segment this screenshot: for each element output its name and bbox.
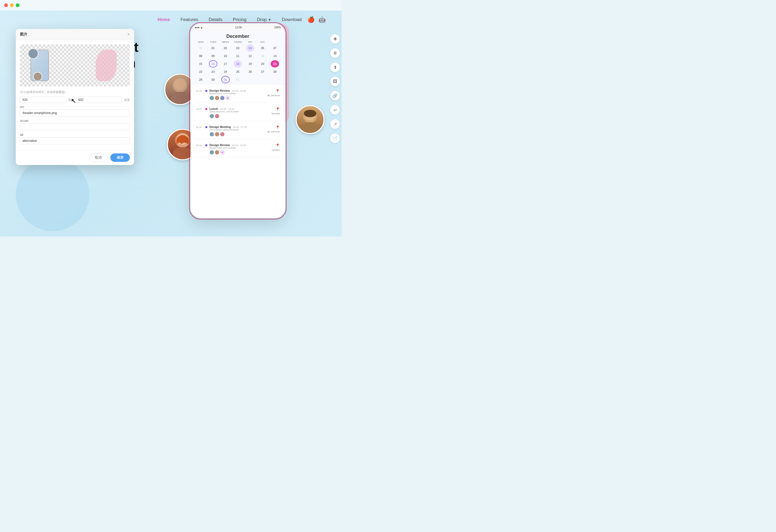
tool-plus[interactable]: ✚ xyxy=(330,34,340,44)
dialog-srcset-input[interactable] xyxy=(20,123,130,130)
event-info-2: Lunch · 12:20 - 13:20 Detra Mcmunn, Ami … xyxy=(209,107,269,118)
cal-day-27: 27 xyxy=(258,68,267,75)
close-button[interactable] xyxy=(4,3,8,7)
event-location-4: Location xyxy=(272,149,280,151)
cal-day-14: 14 xyxy=(271,52,279,60)
dialog-title: 图片 xyxy=(20,32,27,37)
event-design-meeting: 16:15 Design Meeting · 16:15 - 17:10 Ami… xyxy=(194,123,282,139)
nav-details[interactable]: Details xyxy=(209,17,222,22)
calendar-section: December MON TUES WEDS THURS FRI SAT 30 … xyxy=(191,31,285,85)
event-info-1: Design Review · 10:15 - 11:45 Bryant For… xyxy=(209,89,265,100)
event-info-3: Design Meeting · 16:15 - 17:10 Ami Koehl… xyxy=(209,125,265,137)
dialog-body: 大小(如果存在样式，此值将被覆盖) 宽度 高度 src srcset alt xyxy=(16,40,134,150)
dialog-alt-input[interactable] xyxy=(20,138,130,144)
preview-pink-blob xyxy=(95,50,117,81)
tool-monitor[interactable]: 🖥 xyxy=(330,48,340,58)
dialog-height-input[interactable] xyxy=(76,97,122,103)
event-time-3: 16:15 xyxy=(196,125,203,128)
cal-day-03: 03 xyxy=(234,44,242,52)
avatar-2-1 xyxy=(209,114,214,118)
location-pin-icon-3: 📍 xyxy=(275,125,280,129)
window-chrome xyxy=(0,0,342,10)
event-time-4: 10:15 xyxy=(196,144,203,147)
nav-home[interactable]: Home xyxy=(158,17,170,22)
svg-point-1 xyxy=(171,92,189,104)
maximize-button[interactable] xyxy=(16,3,19,7)
dialog-width-input[interactable] xyxy=(20,97,66,103)
calendar-days-header: MON TUES WEDS THURS FRI SAT xyxy=(195,41,281,43)
dialog-save-button[interactable]: 保存 xyxy=(111,154,130,162)
event-people-3: Ami Koehler, Detra Mcmunn xyxy=(209,128,265,131)
tool-share[interactable]: ↗ xyxy=(330,119,340,129)
dialog-height-label: 高度 xyxy=(124,98,130,102)
avatar-3-1 xyxy=(209,132,214,137)
svg-point-4 xyxy=(301,122,319,133)
phone-frame: ●●● ▲ 12:00 100% December MON TUES WEDS … xyxy=(191,24,285,218)
dialog-cancel-button[interactable]: 取消 xyxy=(89,154,107,162)
tool-upload[interactable]: ⬆ xyxy=(330,62,340,72)
image-dialog: 图片 × 大小(如果存在样式，此值将被覆盖) 宽度 高度 src srcset xyxy=(16,29,134,165)
event-avatars-1: +2 xyxy=(209,96,265,100)
event-avatars-3 xyxy=(209,132,265,137)
event-dot-4 xyxy=(205,144,207,146)
tool-share-alt[interactable]: ↩ xyxy=(330,105,340,114)
tool-file[interactable]: 📄 xyxy=(330,134,340,143)
cal-day-12: 12 xyxy=(246,52,254,60)
event-dot-3 xyxy=(205,126,207,128)
event-info-4: Design Review · 10:15 - 11:45 Bryant For… xyxy=(209,144,270,155)
avatar-man xyxy=(296,105,325,134)
apple-icon[interactable]: 🍎 xyxy=(307,16,315,24)
cal-day-28: 28 xyxy=(271,68,279,75)
dialog-src-input[interactable] xyxy=(20,109,130,116)
nav-drop[interactable]: Drop ▼ xyxy=(257,17,271,22)
nav-download[interactable]: Download xyxy=(282,17,302,22)
cal-day-07: 07 xyxy=(271,44,279,52)
cal-day-22: 22 xyxy=(197,68,205,75)
cal-day-01-next: 01 xyxy=(234,76,242,83)
location-pin-icon-2: 📍 xyxy=(275,107,280,111)
day-mon: MON xyxy=(195,41,207,43)
cursor-icon: ↖ xyxy=(71,97,76,104)
cal-day-25: 25 xyxy=(234,68,242,75)
dialog-close-button[interactable]: × xyxy=(128,32,130,37)
day-thurs: THURS xyxy=(232,41,244,43)
calendar-grid: 30 01 02 03 04 05 07 08 09 10 11 12 13 1… xyxy=(195,44,281,83)
avatar-3-3 xyxy=(220,132,225,137)
event-title-1: Design Review · 10:15 - 11:45 xyxy=(209,89,265,92)
preview-avatar2 xyxy=(33,72,42,81)
event-dot-1 xyxy=(205,90,207,92)
tool-link[interactable]: 🔗 xyxy=(330,91,340,100)
event-title-2: Lunch · 12:20 - 13:20 xyxy=(209,107,269,110)
preview-avatar1 xyxy=(28,48,38,59)
event-title-3: Design Meeting · 16:15 - 17:10 xyxy=(209,125,265,128)
avatar-2 xyxy=(215,96,219,100)
minimize-button[interactable] xyxy=(10,3,14,7)
android-icon[interactable]: 🤖 xyxy=(318,16,326,24)
cal-day-24: 24 xyxy=(221,68,230,75)
event-time-1: 10:15 xyxy=(196,89,203,92)
cal-day-19: 19 xyxy=(246,60,254,67)
avatar-3 xyxy=(220,96,225,100)
nav-pricing[interactable]: Pricing xyxy=(233,17,246,22)
event-count-1: +2 xyxy=(225,96,230,100)
phone-screen: December MON TUES WEDS THURS FRI SAT 30 … xyxy=(191,31,285,218)
svg-point-8 xyxy=(173,147,193,159)
cal-day-16: 16 xyxy=(209,60,217,67)
dialog-srcset-label: srcset xyxy=(20,119,130,123)
svg-point-2 xyxy=(174,78,186,90)
avatar-2-2 xyxy=(215,114,219,118)
nav-features[interactable]: Features xyxy=(181,17,198,22)
dialog-footer: 取消 保存 xyxy=(16,150,134,165)
cal-day-18: 18 xyxy=(234,60,242,67)
event-location-3: 3B, 2nd Floor xyxy=(267,130,280,133)
cal-day-13: 13 xyxy=(258,52,267,60)
cal-day-01: 01 xyxy=(209,44,217,52)
event-lunch: 12:20 Lunch · 12:20 - 13:20 Detra Mcmunn… xyxy=(194,105,282,120)
event-design-review-2: 10:15 Design Review · 10:15 - 11:45 Brya… xyxy=(194,141,282,157)
day-weds: WEDS xyxy=(219,41,232,43)
avatar-4-2 xyxy=(215,150,219,155)
tool-image[interactable]: 🖼 xyxy=(330,77,340,86)
calendar-month: December xyxy=(195,34,281,39)
deco-blue-circle xyxy=(16,158,89,231)
day-sat: SAT xyxy=(256,41,268,43)
